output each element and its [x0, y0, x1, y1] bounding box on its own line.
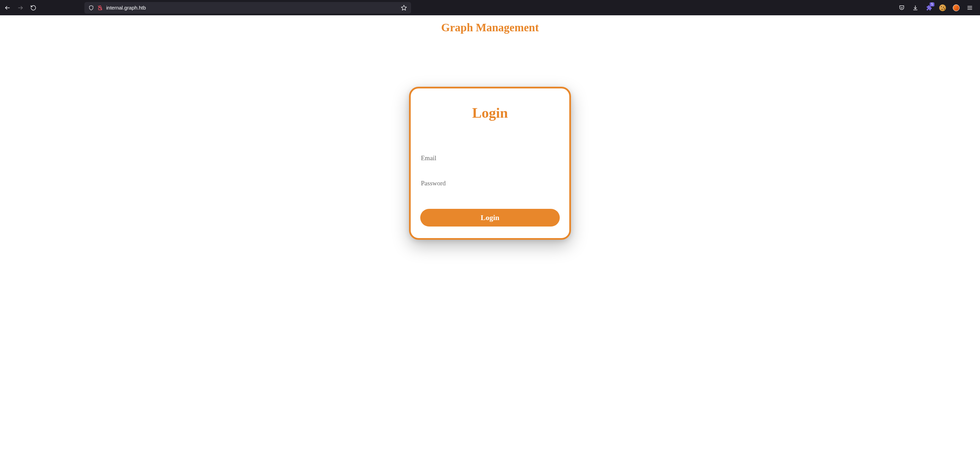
lock-insecure-icon — [97, 5, 103, 11]
cookie-extension-icon[interactable] — [939, 5, 946, 11]
login-button[interactable]: Login — [420, 209, 560, 227]
login-heading: Login — [420, 105, 560, 121]
nav-controls — [4, 5, 37, 11]
password-field[interactable] — [420, 176, 560, 191]
extensions-badge: 5 — [930, 2, 934, 6]
toolbar-right: 5 — [898, 5, 976, 11]
extensions-icon[interactable]: 5 — [926, 5, 932, 11]
burp-extension-icon[interactable] — [953, 5, 959, 11]
url-text: internal.graph.htb — [106, 5, 398, 11]
login-card: Login Login — [409, 87, 571, 240]
pocket-icon[interactable] — [898, 5, 905, 11]
svg-marker-4 — [401, 5, 407, 10]
email-field[interactable] — [420, 151, 560, 165]
browser-toolbar: internal.graph.htb 5 — [0, 0, 980, 15]
downloads-icon[interactable] — [912, 5, 919, 11]
back-button[interactable] — [4, 5, 11, 11]
page-content: Graph Management Login Login — [0, 15, 980, 240]
bookmark-star-icon[interactable] — [401, 5, 407, 11]
page-title: Graph Management — [0, 21, 980, 34]
url-bar[interactable]: internal.graph.htb — [84, 2, 411, 14]
shield-icon — [89, 5, 94, 11]
menu-icon[interactable] — [966, 5, 973, 11]
forward-button[interactable] — [17, 5, 24, 11]
reload-button[interactable] — [30, 5, 37, 11]
